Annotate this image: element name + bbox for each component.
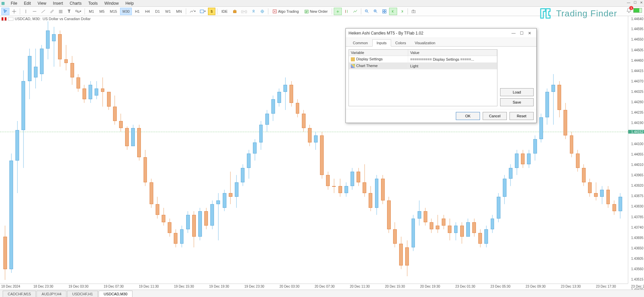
signals-button[interactable]: ((•))	[239, 8, 249, 15]
app-logo-icon: ⊞	[1, 1, 5, 6]
timeframe-MN[interactable]: MN	[174, 8, 184, 15]
menu-file[interactable]: File	[7, 0, 20, 6]
price-axis[interactable]: 1.446401.445951.445501.445051.444601.444…	[628, 16, 644, 284]
save-button[interactable]: Save	[500, 98, 534, 106]
timeframe-M1[interactable]: M1	[87, 8, 96, 15]
notification-badge: 1	[629, 6, 633, 10]
horizontal-line-tool[interactable]	[31, 8, 39, 15]
timeframe-H4[interactable]: H4	[143, 8, 152, 15]
new-order-button[interactable]: New Order	[302, 8, 330, 15]
time-tick: 20 Dec 19:30	[420, 285, 440, 288]
chart-tab[interactable]: AUDJPY,H4	[37, 291, 66, 297]
chart-title-bar: USDCAD, M30: US Dollar vs Canadian Dolla…	[0, 16, 92, 21]
vertical-line-tool[interactable]	[22, 8, 30, 15]
tab-colors[interactable]: Colors	[391, 39, 411, 46]
menu-tools[interactable]: Tools	[85, 0, 101, 6]
chart-tab[interactable]: CADCHF,M15	[3, 291, 36, 297]
connection-indicator[interactable]	[633, 8, 642, 13]
menu-insert[interactable]: Insert	[50, 0, 66, 6]
menu-help[interactable]: Help	[122, 0, 137, 6]
time-axis[interactable]: 18 Dec 202418 Dec 23:3019 Dec 03:3019 De…	[0, 284, 628, 290]
price-tick: 1.44505	[631, 48, 643, 52]
col-value[interactable]: Value	[408, 50, 497, 56]
cancel-button[interactable]: Cancel	[483, 112, 507, 120]
step-back-button[interactable]	[389, 8, 397, 15]
algo-trading-button[interactable]: Algo Trading	[270, 8, 301, 15]
menu-window[interactable]: Window	[101, 0, 122, 6]
zoom-out-button[interactable]	[363, 8, 371, 15]
zoom-in-button[interactable]	[372, 8, 380, 15]
dialog-maximize-button[interactable]: ☐	[518, 31, 526, 36]
current-price-label: 1.44152	[628, 130, 644, 133]
chart-tabs: CADCHF,M15AUDJPY,H4USDCHF,H1USDCAD,M30	[0, 290, 644, 297]
objects-menu[interactable]: ▾	[73, 8, 83, 15]
crosshair-tool[interactable]	[10, 8, 18, 15]
dialog-close-button[interactable]: ✕	[526, 31, 534, 36]
market-button[interactable]	[231, 8, 239, 15]
dollar-button[interactable]: $	[208, 8, 215, 15]
close-button[interactable]: ✕	[640, 1, 643, 4]
timeframe-M30[interactable]: M30	[120, 8, 132, 15]
time-tick: 20 Dec 15:30	[385, 285, 405, 288]
text-tool[interactable]: T	[65, 8, 73, 15]
time-tick: 23 Dec 13:30	[561, 285, 581, 288]
ide-button[interactable]: IDE	[219, 8, 230, 15]
vps-button[interactable]	[250, 8, 258, 15]
step-fwd-button[interactable]	[398, 8, 406, 15]
time-tick: 18 Dec 2024	[1, 285, 20, 288]
timeframe-D1[interactable]: D1	[153, 8, 162, 15]
menu-charts[interactable]: Charts	[66, 0, 85, 6]
camera-button[interactable]	[410, 8, 418, 15]
price-tick: 1.44640	[631, 17, 643, 20]
autoscroll-button[interactable]	[351, 8, 359, 15]
cursor-tool[interactable]	[1, 8, 9, 15]
timeframe-M5[interactable]: M5	[97, 8, 107, 15]
chart-area[interactable]: USDCAD, M30: US Dollar vs Canadian Dolla…	[0, 16, 644, 290]
input-row[interactable]: Display Settings========== Display Setti…	[349, 56, 497, 63]
input-row[interactable]: Chart ThemeLight	[349, 63, 497, 69]
shift-button[interactable]	[342, 8, 351, 15]
maximize-button[interactable]: ☐	[634, 1, 637, 4]
timeframe-H1[interactable]: H1	[132, 8, 142, 15]
flag-icon	[1, 17, 7, 21]
menu-edit[interactable]: Edit	[20, 0, 34, 6]
time-tick: 19 Dec 03:30	[68, 285, 89, 288]
time-tick: 18 Dec 23:30	[33, 285, 53, 288]
chart-type-menu[interactable]: ▾	[188, 8, 197, 15]
tab-common[interactable]: Common	[348, 39, 372, 46]
flag-icon-2	[8, 17, 13, 21]
fibonacci-tool[interactable]	[57, 8, 65, 15]
timeframe-W1[interactable]: W1	[163, 8, 173, 15]
price-tick: 1.44055	[631, 152, 643, 156]
tab-inputs[interactable]: Inputs	[372, 39, 391, 47]
menu-view[interactable]: View	[34, 0, 50, 6]
tab-visualization[interactable]: Visualization	[410, 39, 440, 46]
svg-rect-1	[78, 11, 79, 12]
svg-rect-2	[200, 10, 204, 13]
timeframe-M15[interactable]: M15	[108, 8, 119, 15]
chart-tab[interactable]: USDCHF,H1	[67, 291, 98, 297]
price-tick: 1.44460	[631, 58, 643, 62]
template-menu[interactable]: ▾	[198, 8, 207, 15]
community-button[interactable]	[258, 8, 266, 15]
minimize-button[interactable]: —	[627, 1, 630, 4]
tile-button[interactable]	[380, 8, 388, 15]
trendline-tool[interactable]	[39, 8, 47, 15]
channel-tool[interactable]	[48, 8, 56, 15]
reset-button[interactable]: Reset	[509, 112, 534, 120]
chart-desc: US Dollar vs Canadian Dollar	[43, 17, 91, 21]
notification-bell-icon[interactable]: 1	[626, 7, 632, 13]
ok-button[interactable]: OK	[456, 112, 480, 120]
load-button[interactable]: Load	[500, 88, 534, 96]
chart-tab[interactable]: USDCAD,M30	[99, 291, 132, 297]
time-tick: 19 Dec 11:30	[139, 285, 159, 288]
dialog-minimize-button[interactable]: —	[509, 31, 518, 36]
col-variable[interactable]: Variable	[349, 50, 408, 56]
trade-up-button[interactable]	[334, 8, 342, 15]
time-tick: 23 Dec 09:30	[526, 285, 546, 288]
time-tick: 23 Dec 21:30	[631, 285, 644, 288]
price-tick: 1.43740	[631, 225, 643, 229]
dialog-titlebar[interactable]: Heiken Ashi Candles MT5 - By TFlab 1.02 …	[346, 28, 536, 38]
price-tick: 1.43785	[631, 215, 643, 219]
inputs-grid[interactable]: Variable Value Display Settings=========…	[348, 49, 497, 106]
